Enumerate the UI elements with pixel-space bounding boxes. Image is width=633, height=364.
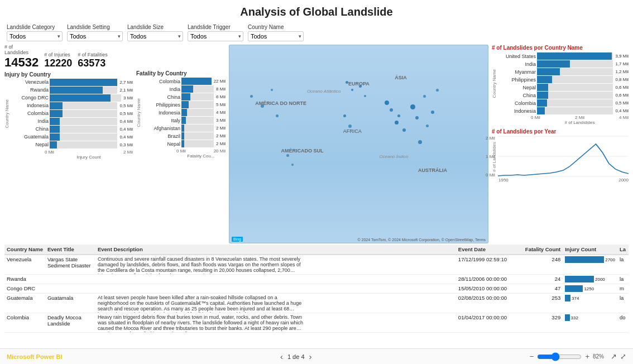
injury-bar-row: Guatemala0,4 Mil [11,133,133,141]
filter-trigger-select[interactable]: Todos [188,31,243,41]
right-top-bar-row: China0,6 Mil [498,92,629,99]
filter-country-label: Country Name [248,24,304,30]
fatality-bar-row: Brazil2 Mil [142,132,226,140]
filter-setting-label: Landslide Setting [67,24,123,30]
zoom-minus-button[interactable]: − [530,352,534,361]
kpi-landslides: # of Landslides 14532 [4,45,39,69]
fatality-bar-row: Italy3 Mil [142,117,226,124]
col-header-la: La [617,245,629,255]
map-label-asia: ÁSIA [395,75,407,80]
fatality-bar-row: Afghanistan2 Mil [142,124,226,132]
fatality-bar-row: Indonesia4 Mil [142,109,226,116]
pagination: ‹ 1 de 4 › [280,352,312,361]
kpi-section: # of Landslides 14532 # of Injuries 1222… [4,45,133,69]
col-header-country: Country Name [4,245,45,255]
expand-button[interactable]: ⤢ [620,352,626,361]
injury-bar-row: Venezuela2,7 Mil [11,79,133,86]
map-panel: AMÉRICA DO NORTE EUROPA ÁSIA AFRICA Ocea… [229,45,488,243]
col-header-injury: Injury Count [563,245,617,255]
page: Analysis of Global Landslide Landslide C… [0,0,633,364]
fatality-chart-title: Fatality by Country [136,70,226,76]
fatality-bar-row: Philippines5 Mil [142,101,226,108]
page-title: Analysis of Global Landslide [0,0,633,22]
right-top-chart: # of Landslides por Country Name Country… [492,45,629,125]
col-header-date: Event Date [456,245,523,255]
zoom-controls: − + 82% ↗ ⤢ [530,352,626,361]
kpi-landslides-value: 14532 [4,56,39,69]
right-top-xaxis: # of Landslides [492,120,629,125]
map-attribution: © 2024 TomTom, © 2024 Microsoft Corporat… [357,238,486,242]
line-chart-svg [498,136,629,178]
kpi-fatalities: # of Fatalities 63573 [78,52,108,69]
bottom-bar: Microsoft Power BI ‹ 1 de 4 › − + 82% ↗ … [0,348,633,364]
injury-chart: Injury by Country Country Name Venezuela… [4,71,133,243]
injury-bar-row: Nepal0,3 Mil [11,141,133,149]
right-top-bar-row: Philippines0,8 Mil [498,76,629,83]
kpi-fatalities-value: 63573 [78,58,108,69]
right-top-bar-row: United States3,9 Mil [498,52,629,60]
zoom-slider[interactable] [537,352,582,361]
right-bottom-chart: # of Landslides por Year # of Landslides… [492,128,629,183]
fatality-xaxis-title: Fatality Cou... [136,154,226,159]
kpi-injuries: # of Injuries 12220 [44,52,72,69]
fatality-bar-row: Nepal2 Mil [142,140,226,147]
filter-category-label: Landslide Category [7,24,63,30]
col-header-fatality: Fatality Count [523,245,563,255]
share-button[interactable]: ↗ [611,352,617,361]
zoom-plus-button[interactable]: + [585,352,589,361]
next-page-button[interactable]: › [309,352,312,361]
right-top-bar-row: India1,7 Mil [498,60,629,68]
injury-bar-row: Colombia0,5 Mil [11,110,133,117]
right-top-yaxis: Country Name [492,69,497,98]
filters-row: Landslide Category Todos Landslide Setti… [0,22,633,44]
map-label-australia: AUSTRÁLIA [418,167,447,173]
right-top-bar-row: Myanmar1,2 Mil [498,68,629,75]
prev-page-button[interactable]: ‹ [280,352,283,361]
filter-size: Landslide Size Todos [127,24,183,41]
filter-country: Country Name Todos [248,24,304,41]
right-top-bar-row: Nepal0,6 Mil [498,84,629,91]
fatality-bar-row: Colombia22 Mil [142,78,226,85]
fatality-bar-row: India8 Mil [142,85,226,93]
zoom-value: 82% [593,353,604,360]
filter-category: Landslide Category Todos [7,24,63,41]
right-bottom-chart-title: # of Landslides por Year [492,128,629,135]
injury-bar-row: Indonesia0,5 Mil [11,102,133,109]
injury-chart-title: Injury by Country [4,71,133,78]
table-row[interactable]: Venezuela Vargas State Sediment Disaster… [4,255,629,275]
map-label-africa: AFRICA [343,128,362,134]
data-table-section: Country Name Event Title Event Descripti… [0,245,633,353]
table-row[interactable]: Guatemala Guatamala At least seven peopl… [4,294,629,313]
filter-setting-select[interactable]: Todos [67,31,123,41]
right-top-chart-title: # of Landslides por Country Name [492,45,629,51]
map-label-indico: Oceano Índico [380,154,409,159]
filter-category-select[interactable]: Todos [7,31,63,41]
col-header-desc: Event Description [95,245,456,255]
filter-size-label: Landslide Size [127,24,183,30]
table-row[interactable]: Rwanda 28/11/2006 00:00:00 24 2000 la [4,275,629,284]
filter-size-select[interactable]: Todos [127,31,183,41]
powerbi-link[interactable]: Microsoft Power BI [7,353,63,360]
injury-bar-row: China0,4 Mil [11,126,133,133]
injury-yaxis-label: Country Name [4,99,9,128]
filter-setting: Landslide Setting Todos [67,24,123,41]
right-top-bar-row: Colombia0,5 Mil [498,99,629,107]
table-row[interactable]: Congo DRC 15/05/2010 00:00:00 47 1250 m [4,284,629,294]
filter-country-select[interactable]: Todos [248,31,304,41]
data-table: Country Name Event Title Event Descripti… [4,245,629,333]
injury-bar-row: India0,4 Mil [11,118,133,125]
injury-bar-row: Congo DRC3 Mil [11,94,133,102]
filter-trigger-label: Landslide Trigger [188,24,243,30]
injury-bar-row: Rwanda2,1 Mil [11,87,133,94]
injury-xaxis-title: Injury Count [4,155,133,160]
map-label-samerica: AMÉRICADO SUL [281,148,324,154]
filter-trigger: Landslide Trigger Todos [188,24,243,41]
map-label-atlantico: Oceano Atlântico [307,89,341,94]
col-header-title: Event Title [45,245,95,255]
kpi-injuries-value: 12220 [44,58,72,69]
right-top-bar-row: Indonesia0,4 Mil [498,107,629,114]
fatality-bar-row: China6 Mil [142,93,226,100]
table-row[interactable]: Colombia Deadly Mocoa Landslide Heavy ra… [4,313,629,333]
fatality-yaxis-label: Country Name [136,98,141,127]
